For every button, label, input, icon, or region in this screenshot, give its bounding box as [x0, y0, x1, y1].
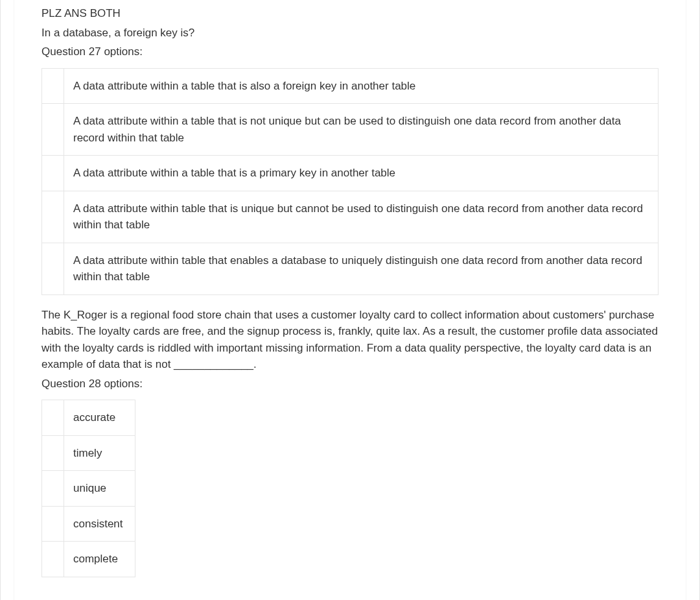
q28-option-text: timely	[64, 435, 135, 471]
instruction-text: PLZ ANS BOTH	[41, 5, 659, 22]
q27-option-text: A data attribute within a table that is …	[64, 104, 659, 156]
q28-option-row: accurate	[42, 400, 135, 436]
q28-option-text: accurate	[64, 400, 135, 436]
q28-option-selector[interactable]	[42, 506, 64, 542]
q28-option-selector[interactable]	[42, 435, 64, 471]
q27-option-selector[interactable]	[42, 104, 64, 156]
q27-option-selector[interactable]	[42, 68, 64, 104]
page-inner: PLZ ANS BOTH In a database, a foreign ke…	[14, 0, 686, 600]
q27-stem: In a database, a foreign key is?	[41, 25, 659, 42]
q27-options-table: A data attribute within a table that is …	[41, 68, 659, 295]
q28-option-row: complete	[42, 542, 135, 577]
q28-options-label: Question 28 options:	[41, 376, 659, 392]
q28-option-selector[interactable]	[42, 471, 64, 507]
q27-option-row: A data attribute within table that enabl…	[42, 243, 659, 294]
page-outer: PLZ ANS BOTH In a database, a foreign ke…	[0, 0, 700, 600]
q28-option-row: unique	[42, 471, 135, 507]
q27-option-row: A data attribute within table that is un…	[42, 191, 659, 243]
q27-options-label: Question 27 options:	[41, 43, 659, 60]
q27-option-text: A data attribute within table that enabl…	[64, 243, 659, 294]
q27-option-row: A data attribute within a table that is …	[42, 156, 659, 191]
q27-option-row: A data attribute within a table that is …	[42, 104, 659, 156]
q27-option-text: A data attribute within a table that is …	[64, 68, 659, 104]
q27-option-row: A data attribute within a table that is …	[42, 68, 659, 104]
q28-option-row: consistent	[42, 506, 135, 542]
q28-option-selector[interactable]	[42, 542, 64, 577]
q27-option-text: A data attribute within table that is un…	[64, 191, 659, 243]
q27-option-selector[interactable]	[42, 156, 64, 191]
q27-option-text: A data attribute within a table that is …	[64, 156, 659, 191]
q28-option-text: consistent	[64, 506, 135, 542]
q28-stem: The K_Roger is a regional food store cha…	[41, 307, 659, 373]
q28-option-text: unique	[64, 471, 135, 507]
q27-option-selector[interactable]	[42, 191, 64, 243]
q27-option-selector[interactable]	[42, 243, 64, 294]
q28-option-selector[interactable]	[42, 400, 64, 436]
q28-option-text: complete	[64, 542, 135, 577]
q28-options-table: accurate timely unique consistent comple…	[41, 400, 135, 577]
q28-option-row: timely	[42, 435, 135, 471]
